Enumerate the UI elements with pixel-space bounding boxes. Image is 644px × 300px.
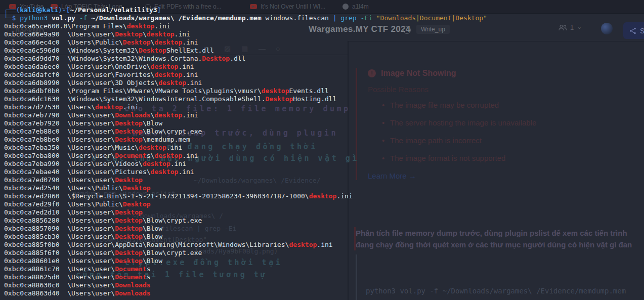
filescan-line: 0xbc0ca6db8990 \Users\user\3D Objects\de… [4,79,487,87]
shell-prompt: ┌──(kali㉿kali)-[~/Personal/volatility3] [4,6,487,14]
filescan-line: 0xbc0ca6da6ec0 \Users\user\OneDrive\desk… [4,63,487,71]
filescan-line: 0xbc0ca6dafcf0 \Users\user\Favorites\des… [4,71,487,79]
shell-command: └─$ python3 vol.py -f ~/Downloads/wargam… [4,14,487,22]
filescan-line: 0xbc0ca7eb8be0 \Users\user\Desktop\memdu… [4,136,487,144]
collaborator-count: 1 [570,24,574,31]
grep-match: Desktop [115,136,143,143]
share-button[interactable]: Share [623,22,644,39]
grep-match: Desktop [266,95,293,103]
filescan-line: 0xbc0ca8856280 \Users\user\Desktop\Blow\… [4,217,487,225]
grep-match: Desktop [123,184,151,192]
filescan-line: 0xbc0ca88601e0 \Users\user\Desktop\Blow [4,257,487,265]
grep-match: Desktop [115,127,143,135]
grep-match: desktop [154,152,182,159]
filescan-line: 0xbc0ca8861c70 \Users\user\Documents [4,265,487,273]
grep-match: Desktop [115,225,143,232]
grep-match: Downloads [115,281,150,289]
grep-match: desktop [154,71,182,78]
grep-match: Document [115,273,147,281]
grep-match: Desktop [123,38,151,46]
filescan-line: 0xbc0ca8857090 \Users\user\Desktop\Blow [4,225,487,233]
filescan-line: 0xbc0ca6dbf0b0 \Program Files\VMware\VMw… [4,87,487,95]
filescan-line: 0xbc0ca8863d40 \Users\user\Downloads [4,289,487,297]
filescan-line: 0xbc0ca885cb30 \Users\user\Desktop\Blow [4,233,487,241]
grep-match: Desktop [115,217,143,224]
grep-match: desktop [151,63,179,70]
filescan-line: 0xbc0ca6d9dd70 \Windows\System32\Windows… [4,55,487,63]
grep-match: desktop [95,103,123,111]
grep-match: desktop [262,87,289,95]
filescan-line: 0xbc0ca7ebae40 \Users\user\Pictures\desk… [4,168,487,176]
filescan-line: 0xbc0ca7d27530 \Users\desktop.ini [4,103,487,111]
grep-match: desktop [154,38,182,46]
share-label: Share [640,27,644,35]
filescan-line: 0xbc0ca6c596d0 \Windows\System32\Desktop… [4,47,487,55]
grep-match: Downloads [115,289,150,297]
filescan-line: 0xbc0ca65ce600.0\Program Files\desktop.i… [4,22,487,30]
filescan-line: 0xbc0ca7eb88c0 \Users\user\Desktop\Blow\… [4,127,487,136]
grep-match: Desktop [123,200,151,208]
grep-match: desktop [151,168,179,176]
terminal[interactable]: ┌──(kali㉿kali)-[~/Personal/volatility3]└… [4,6,487,297]
filescan-line: 0xbc0ca6dc1630 \Windows\System32\Windows… [4,95,487,103]
filescan-line: 0xbc0ca7eba350 \Users\user\Music\desktop… [4,144,487,152]
filescan-line: 0xbc0ca7eb7920 \Users\user\Desktop\Blow [4,119,487,127]
grep-match: Desktop [202,55,230,62]
chevron-down-icon: ⌄ [577,23,582,30]
grep-match: Desktop [115,208,143,216]
grep-match: Document [115,265,147,273]
filescan-line: 0xbc0ca7eba800 \Users\user\Documents\des… [4,152,487,160]
grep-match: desktop [139,144,166,151]
filescan-line: 0xbc0ca7eba990 \Users\user\Videos\deskto… [4,160,487,168]
filescan-line: 0xbc0ca88630c0 \Users\user\Downloads [4,281,487,289]
filescan-line: 0xbc0ca66ec4c0 \Users\Public\Desktop\des… [4,38,487,47]
grep-match: Downloads [115,111,150,119]
filescan-line: 0xbc0ca7ed2860 \$Recycle.Bin\S-1-5-21-15… [4,192,487,200]
collaborators-indicator[interactable]: 1 ⌄ [559,24,582,31]
share-nodes-icon [629,27,636,34]
grep-match: Desktop [115,233,143,240]
grep-match: desktop [154,111,182,119]
filescan-line: 0xbc0ca7eb7790 \Users\user\Downloads\des… [4,111,487,119]
grep-match: Desktop [115,119,143,127]
grep-match: Desktop [115,257,143,265]
people-icon [559,24,567,31]
filescan-line: 0xbc0ca7ed0790 \Users\user\Desktop [4,176,487,184]
grep-match: Desktop [139,47,166,54]
grep-match: desktop [147,30,175,38]
grep-match: Desktop [115,30,143,38]
grep-match: Desktop [115,176,143,184]
filescan-line: 0xbc0ca7ed2d10 \Users\user\Desktop [4,208,487,217]
grep-match: desktop [289,241,317,248]
grep-match: Document [115,152,147,159]
grep-match: desktop [309,192,337,200]
filescan-line: 0xbc0ca88625d0 \Users\user\Documents [4,273,487,281]
filescan-line: 0xbc0ca7ed29f0 \Users\Public\Desktop [4,200,487,208]
avatar[interactable] [601,23,613,34]
grep-match: Desktop [115,249,143,256]
filescan-line: 0xbc0ca885f6f0 \Users\user\Desktop\Blow\… [4,249,487,257]
filescan-line: 0xbc0ca885f0b0 \Users\user\AppData\Roami… [4,241,487,249]
filescan-line: 0xbc0ca66e9a90 \Users\user\Desktop\deskt… [4,30,487,38]
grep-match: desktop [127,22,155,30]
grep-match: desktop [158,79,186,87]
grep-match: desktop [143,160,170,167]
filescan-line: 0xbc0ca7ed2540 \Users\Public\Desktop [4,184,487,192]
